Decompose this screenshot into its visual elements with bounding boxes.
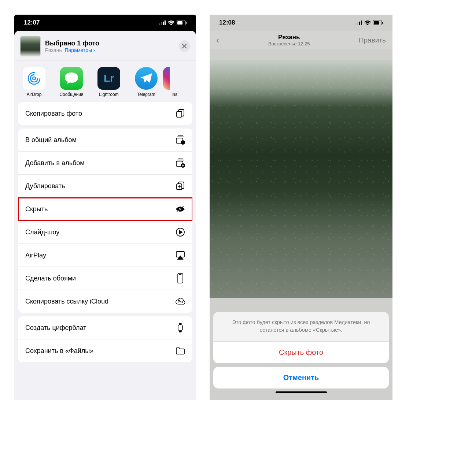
share-sheet: Выбрано 1 фото Рязань Параметры › AirDro…: [14, 31, 196, 400]
status-time: 12:07: [24, 19, 40, 26]
wallpaper-icon: [176, 274, 185, 283]
watchface-icon: [176, 323, 185, 332]
action-label: Создать циферблат: [25, 324, 86, 332]
svg-rect-35: [355, 23, 357, 25]
action-hide[interactable]: Скрыть: [18, 198, 192, 221]
svg-rect-2: [163, 22, 164, 25]
app-messages[interactable]: Сообщения: [59, 67, 84, 97]
svg-rect-33: [179, 323, 181, 324]
photo-nav: ‹ Рязань Воскресенье 12:25 Править: [210, 31, 392, 49]
nav-title: Рязань: [220, 34, 359, 41]
svg-rect-40: [374, 21, 379, 25]
action-copy[interactable]: Скопировать фото: [18, 102, 192, 125]
app-label: Ins: [172, 92, 177, 97]
svg-rect-38: [361, 21, 362, 25]
lightroom-icon: Lr: [97, 67, 120, 90]
slideshow-icon: [176, 227, 185, 237]
app-label: Сообщения: [59, 92, 83, 97]
svg-rect-34: [179, 331, 181, 332]
app-telegram[interactable]: Telegram: [134, 67, 159, 97]
action-slideshow[interactable]: Слайд-шоу: [18, 221, 192, 244]
svg-rect-37: [359, 22, 360, 25]
phone-right: 12:08 ‹ Рязань Воскресенье 12:25 Править…: [210, 15, 392, 400]
action-label: Слайд-шоу: [25, 228, 59, 236]
battery-icon: [373, 21, 383, 25]
action-group: В общий альбомДобавить в альбомДублирова…: [18, 129, 192, 313]
app-airdrop[interactable]: AirDrop: [22, 67, 47, 97]
action-list: Скопировать фотоВ общий альбомДобавить в…: [14, 102, 196, 366]
signal-icon: [159, 21, 166, 25]
nav-subtitle: Воскресенье 12:25: [220, 41, 359, 47]
wifi-icon: [364, 21, 371, 25]
edit-button[interactable]: Править: [359, 36, 386, 44]
sheet-title: Выбрано 1 фото: [45, 40, 174, 47]
close-button[interactable]: [178, 40, 190, 52]
action-label: Скопировать фото: [25, 110, 82, 118]
action-label: Сделать обоями: [25, 275, 76, 282]
svg-rect-5: [177, 21, 182, 25]
battery-icon: [177, 21, 187, 25]
params-link[interactable]: Параметры ›: [64, 47, 95, 53]
files-icon: [176, 346, 185, 356]
icloud-link-icon: [176, 297, 185, 306]
svg-point-8: [30, 75, 38, 82]
status-bar: 12:07: [14, 15, 196, 31]
airplay-icon: [176, 250, 185, 260]
svg-rect-6: [186, 22, 187, 24]
action-duplicate[interactable]: Дублировать: [18, 175, 192, 198]
action-sheet: Это фото будет скрыто из всех разделов М…: [210, 312, 392, 400]
hide-icon: [176, 204, 185, 214]
action-files[interactable]: Сохранить в «Файлы»: [18, 339, 192, 362]
action-group: Создать циферблатСохранить в «Файлы»: [18, 316, 192, 362]
svg-rect-32: [178, 325, 182, 331]
copy-icon: [176, 109, 185, 118]
status-time: 12:08: [219, 19, 235, 26]
action-label: Дублировать: [25, 182, 65, 190]
app-label: Lightroom: [99, 92, 118, 97]
photo-thumbnail[interactable]: [20, 36, 41, 56]
sheet-header: Выбрано 1 фото Рязань Параметры ›: [14, 31, 196, 60]
app-lightroom[interactable]: LrLightroom: [96, 67, 121, 97]
messages-icon: [60, 67, 83, 90]
hide-photo-button[interactable]: Скрыть фото: [213, 342, 389, 363]
close-icon: [182, 44, 187, 49]
action-watchface[interactable]: Создать циферблат: [18, 316, 192, 339]
status-bar: 12:08: [210, 15, 392, 31]
action-icloud-link[interactable]: Скопировать ссылку iCloud: [18, 290, 192, 313]
action-label: Добавить в альбом: [25, 159, 85, 167]
telegram-icon: [135, 67, 158, 90]
svg-rect-0: [159, 23, 160, 25]
action-label: AirPlay: [25, 252, 46, 259]
action-label: Скопировать ссылку iCloud: [25, 298, 108, 305]
svg-rect-30: [178, 274, 183, 283]
app-instagram[interactable]: Ins: [171, 67, 178, 97]
svg-rect-3: [165, 21, 166, 25]
action-group: Скопировать фото: [18, 102, 192, 125]
shared-album-icon: [176, 135, 185, 145]
photo-preview[interactable]: [210, 60, 392, 298]
cancel-button[interactable]: Отменить: [213, 367, 389, 388]
phone-left: 12:07 Выбрано 1 фото Рязань Параметры › …: [14, 15, 196, 400]
add-album-icon: [176, 158, 185, 168]
wifi-icon: [168, 21, 174, 25]
sheet-subtitle: Рязань Параметры ›: [45, 47, 174, 53]
back-button[interactable]: ‹: [216, 34, 220, 46]
app-label: Telegram: [137, 92, 155, 97]
action-wallpaper[interactable]: Сделать обоями: [18, 267, 192, 290]
action-add-album[interactable]: Добавить в альбом: [18, 152, 192, 175]
action-shared-album[interactable]: В общий альбом: [18, 129, 192, 152]
app-label: AirDrop: [27, 92, 42, 97]
action-airplay[interactable]: AirPlay: [18, 244, 192, 267]
svg-rect-36: [357, 22, 358, 25]
svg-rect-1: [161, 22, 162, 25]
instagram-icon: [163, 67, 186, 90]
action-label: Сохранить в «Файлы»: [25, 347, 93, 355]
alert-message: Это фото будет скрыто из всех разделов М…: [213, 312, 389, 342]
home-indicator: [276, 391, 327, 393]
svg-rect-10: [177, 111, 182, 117]
svg-point-7: [33, 77, 36, 80]
airdrop-icon: [23, 67, 45, 90]
app-share-row[interactable]: AirDropСообщенияLrLightroomTelegramIns: [14, 60, 196, 102]
svg-point-15: [182, 141, 184, 142]
signal-icon: [355, 21, 362, 25]
